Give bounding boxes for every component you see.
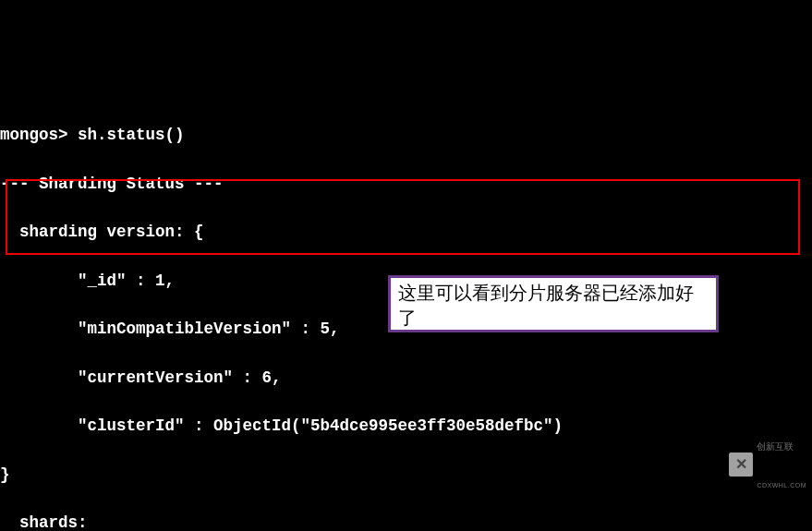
- version-close: }: [0, 463, 812, 487]
- shards-label: shards:: [0, 511, 812, 531]
- annotation-text: 这里可以看到分片服务器已经添加好了: [398, 283, 694, 328]
- version-clusterid: "clusterId" : ObjectId("5b4dce995ee3ff30…: [0, 414, 812, 438]
- version-current: "currentVersion" : 6,: [0, 366, 812, 390]
- annotation-callout: 这里可以看到分片服务器已经添加好了: [388, 275, 719, 332]
- watermark-sub: CDXWHL.COM: [757, 481, 806, 491]
- watermark: ✕ 创新互联 CDXWHL.COM: [729, 412, 806, 519]
- watermark-logo-icon: ✕: [729, 453, 753, 477]
- prompt-text: mongos>: [0, 126, 78, 144]
- version-open: sharding version: {: [0, 220, 812, 244]
- watermark-text: 创新互联: [757, 440, 806, 453]
- status-header: --- Sharding Status ---: [0, 172, 812, 196]
- command-text: sh.status(): [78, 126, 185, 144]
- prompt-line[interactable]: mongos> sh.status(): [0, 123, 812, 147]
